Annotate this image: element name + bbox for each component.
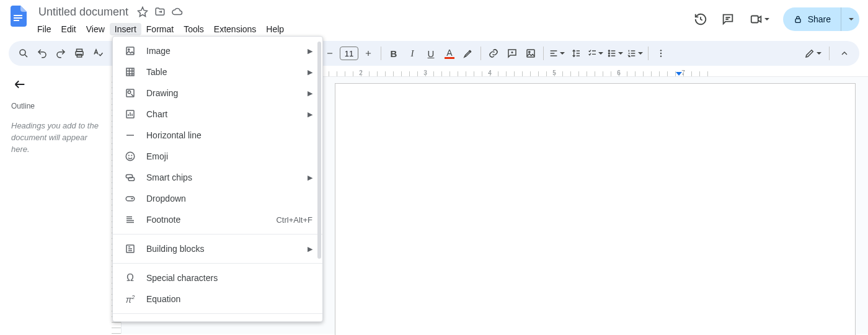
insert-menu-hr[interactable]: Horizontal line xyxy=(113,125,322,146)
search-menus-button[interactable] xyxy=(15,45,32,62)
table-icon xyxy=(124,66,136,78)
insert-menu-image[interactable]: Image▶ xyxy=(113,40,322,61)
document-title[interactable]: Untitled document xyxy=(35,6,132,19)
cloud-status-icon[interactable] xyxy=(170,5,184,19)
insert-menu-emoji[interactable]: Emoji xyxy=(113,146,322,167)
svg-rect-4 xyxy=(795,19,800,22)
insert-menu-footnote[interactable]: FootnoteCtrl+Alt+F xyxy=(113,209,322,230)
more-button[interactable] xyxy=(652,45,670,62)
share-dropdown[interactable] xyxy=(841,7,859,31)
svg-point-23 xyxy=(126,152,135,161)
emoji-icon xyxy=(124,150,136,163)
share-button[interactable]: Share xyxy=(783,7,841,31)
svg-point-16 xyxy=(660,55,662,56)
checklist-button[interactable] xyxy=(586,45,604,62)
svg-point-21 xyxy=(128,91,131,94)
insert-menu-omega[interactable]: ΩSpecial characters xyxy=(113,267,322,288)
increase-font-button[interactable] xyxy=(360,45,377,62)
svg-point-5 xyxy=(20,50,25,55)
decrease-font-button[interactable] xyxy=(321,45,339,62)
align-button[interactable] xyxy=(547,45,566,62)
star-icon[interactable] xyxy=(136,5,149,19)
insert-menu-drawing[interactable]: Drawing▶ xyxy=(113,83,322,104)
outline-empty-text: Headings you add to the document will ap… xyxy=(11,120,103,156)
bold-button[interactable]: B xyxy=(385,45,402,62)
collapse-toolbar-button[interactable] xyxy=(836,45,853,62)
outline-panel: Outline Headings you add to the document… xyxy=(0,66,112,334)
insert-link-button[interactable] xyxy=(485,45,502,62)
menu-help[interactable]: Help xyxy=(261,23,289,35)
highlight-button[interactable] xyxy=(459,45,477,62)
share-label: Share xyxy=(808,14,831,24)
insert-image-button[interactable] xyxy=(522,45,539,62)
submenu-arrow-icon: ▶ xyxy=(308,89,312,97)
meet-icon[interactable] xyxy=(747,11,772,27)
footnote-icon xyxy=(124,213,136,226)
svg-rect-9 xyxy=(527,50,534,57)
menu-extensions[interactable]: Extensions xyxy=(209,23,261,35)
submenu-arrow-icon: ▶ xyxy=(308,68,312,76)
insert-menu-equation[interactable]: π2Equation xyxy=(113,288,322,310)
font-size-input[interactable]: 11 xyxy=(340,47,358,60)
insert-menu-chips[interactable]: Smart chips▶ xyxy=(113,167,322,188)
drawing-icon xyxy=(124,87,136,99)
text-color-button[interactable]: A xyxy=(441,45,458,62)
insert-menu-chart[interactable]: Chart▶ xyxy=(113,104,322,125)
svg-point-10 xyxy=(529,51,530,53)
chart-icon xyxy=(124,108,136,120)
menu-file[interactable]: File xyxy=(32,23,56,35)
italic-button[interactable]: I xyxy=(404,45,421,62)
move-icon[interactable] xyxy=(153,5,167,19)
editing-mode-button[interactable] xyxy=(803,45,823,62)
menu-format[interactable]: Format xyxy=(141,23,179,35)
svg-rect-28 xyxy=(126,197,135,201)
menu-view[interactable]: View xyxy=(81,23,110,35)
insert-menu-dropdown[interactable]: Dropdown xyxy=(113,188,322,209)
redo-button[interactable] xyxy=(52,45,69,62)
blocks-icon xyxy=(124,243,136,255)
bulleted-list-button[interactable] xyxy=(606,45,624,62)
dropdown-icon xyxy=(124,192,136,205)
history-icon[interactable] xyxy=(693,11,709,27)
svg-point-11 xyxy=(608,50,609,51)
line-spacing-button[interactable] xyxy=(567,45,585,62)
hr-icon xyxy=(124,129,136,141)
chips-icon xyxy=(124,171,136,184)
svg-rect-17 xyxy=(126,47,134,55)
close-outline-button[interactable] xyxy=(11,76,29,93)
outline-heading: Outline xyxy=(11,102,103,110)
svg-point-15 xyxy=(660,53,662,54)
spellcheck-button[interactable] xyxy=(89,45,107,62)
svg-point-14 xyxy=(660,50,662,51)
svg-point-18 xyxy=(128,49,130,50)
insert-menu-dropdown: Image▶Table▶Drawing▶Chart▶Horizontal lin… xyxy=(112,36,323,322)
add-comment-button[interactable] xyxy=(503,45,521,62)
svg-point-24 xyxy=(128,155,129,156)
menu-edit[interactable]: Edit xyxy=(56,23,81,35)
undo-button[interactable] xyxy=(33,45,51,62)
menu-insert[interactable]: Insert xyxy=(110,23,141,35)
submenu-arrow-icon: ▶ xyxy=(308,47,312,55)
submenu-arrow-icon: ▶ xyxy=(308,110,312,118)
insert-menu-blocks[interactable]: Building blocks▶ xyxy=(113,238,322,259)
svg-point-25 xyxy=(131,155,132,156)
page-canvas[interactable] xyxy=(335,83,856,335)
svg-rect-19 xyxy=(126,68,134,76)
dropdown-scrollbar[interactable] xyxy=(317,42,321,259)
svg-point-13 xyxy=(608,55,609,56)
numbered-list-button[interactable] xyxy=(626,45,644,62)
comments-icon[interactable] xyxy=(720,11,736,27)
print-button[interactable] xyxy=(71,45,88,62)
svg-rect-1 xyxy=(14,17,22,19)
svg-point-12 xyxy=(608,53,609,54)
svg-rect-3 xyxy=(751,16,758,23)
menu-tools[interactable]: Tools xyxy=(179,23,209,35)
svg-rect-0 xyxy=(14,15,22,16)
underline-button[interactable]: U xyxy=(422,45,440,62)
submenu-arrow-icon: ▶ xyxy=(308,174,312,182)
omega-icon: Ω xyxy=(124,272,136,284)
docs-logo[interactable] xyxy=(9,4,29,29)
insert-menu-table[interactable]: Table▶ xyxy=(113,61,322,83)
menu-bar: File Edit View Insert Format Tools Exten… xyxy=(32,21,693,37)
margin-marker[interactable] xyxy=(676,72,682,76)
